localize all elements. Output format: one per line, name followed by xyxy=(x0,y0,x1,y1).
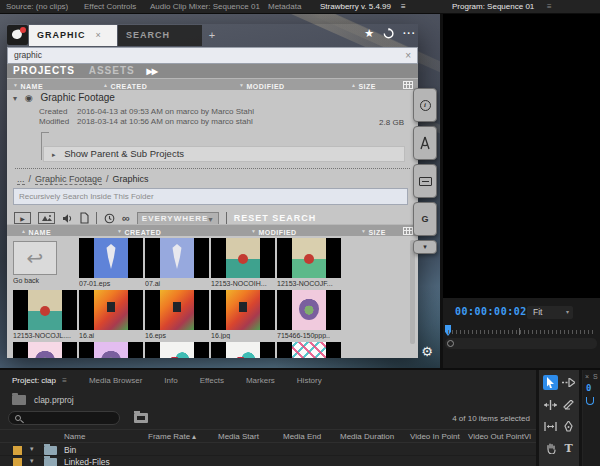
tab-audio-clip-mixer[interactable]: Audio Clip Mixer: Sequence 01 xyxy=(150,0,260,13)
timeline-tab-fragment[interactable]: S xyxy=(593,373,598,380)
col-media-end[interactable]: Media End xyxy=(283,432,321,441)
program-scrub-track[interactable] xyxy=(445,338,597,349)
grid-view-icon[interactable] xyxy=(403,227,413,235)
asset-tile[interactable]: 16.jpg xyxy=(211,290,275,339)
label-color-chip[interactable] xyxy=(13,458,22,466)
tab-history[interactable]: History xyxy=(297,376,322,385)
scrub-knob[interactable] xyxy=(447,340,454,347)
bin-search-input[interactable] xyxy=(8,411,120,425)
selection-tool[interactable] xyxy=(543,375,558,390)
program-time-ruler[interactable] xyxy=(448,330,596,334)
col-size[interactable]: ▲SIZE xyxy=(351,81,358,88)
disclosure-icon[interactable]: ▾ xyxy=(13,94,17,103)
asset-tile[interactable] xyxy=(145,342,209,358)
show-parent-sub-projects[interactable]: ▸ Show Parent & Sub Projects xyxy=(43,146,405,162)
more-options-icon[interactable]: ··· xyxy=(403,28,416,39)
new-tab-button[interactable]: + xyxy=(204,25,220,46)
col-media-duration[interactable]: Media Duration xyxy=(340,432,394,441)
col-created[interactable]: ▲CREATED xyxy=(103,81,110,88)
hand-tool[interactable] xyxy=(543,441,558,456)
tab-search-2[interactable]: SEARCH 2× xyxy=(118,25,202,46)
assets-view-label[interactable]: ASSETS xyxy=(89,65,135,76)
scope-dropdown[interactable]: EVERYWHERE▼ xyxy=(137,212,219,225)
asset-tile[interactable] xyxy=(277,342,341,358)
favorite-star-icon[interactable]: ★ xyxy=(364,27,374,40)
tab-graphic[interactable]: GRAPHIC× xyxy=(29,25,117,46)
go-back-tile[interactable]: ↩Go back xyxy=(13,238,77,284)
col-video-cut[interactable]: Vi xyxy=(524,432,531,441)
col-name[interactable]: ▼NAME xyxy=(13,81,20,88)
tab-markers[interactable]: Markers xyxy=(246,376,275,385)
infinity-filter-icon[interactable]: ∞ xyxy=(122,213,130,223)
search-input[interactable]: graphic × xyxy=(7,47,418,64)
close-icon[interactable]: × xyxy=(585,373,589,380)
col-name[interactable]: ▲NAME xyxy=(21,227,28,234)
tab-strawberry[interactable]: Strawberry v. 5.4.99 xyxy=(320,0,391,13)
tab-project-clap[interactable]: Project: clap ≡ xyxy=(12,376,67,385)
zoom-level-dropdown[interactable]: Fit▾ xyxy=(527,306,573,319)
document-filter-icon[interactable] xyxy=(80,212,89,224)
strawberry-logo-icon[interactable] xyxy=(7,25,28,45)
asset-tile[interactable]: 07.ai xyxy=(145,238,209,287)
panel-menu-icon[interactable]: ≡ xyxy=(62,376,67,385)
razor-tool[interactable] xyxy=(561,397,576,412)
tab-effects[interactable]: Effects xyxy=(200,376,224,385)
pen-tool[interactable] xyxy=(561,419,576,434)
slate-flyout-button[interactable] xyxy=(413,164,437,198)
breadcrumb-root[interactable]: ... xyxy=(17,174,25,185)
asset-tile[interactable]: 07-01.eps xyxy=(79,238,143,287)
audio-filter-icon[interactable] xyxy=(62,213,73,224)
col-frame-rate[interactable]: Frame Rate xyxy=(148,432,190,441)
reel-flyout-button[interactable]: G xyxy=(413,202,437,236)
col-modified[interactable]: ▼MODIFIED xyxy=(239,81,246,88)
folder-search-input[interactable] xyxy=(13,188,408,205)
col-media-start[interactable]: Media Start xyxy=(218,432,259,441)
refresh-icon[interactable] xyxy=(383,28,394,39)
clear-search-icon[interactable]: × xyxy=(405,48,411,63)
info-flyout-button[interactable]: i xyxy=(413,88,437,122)
time-filter-icon[interactable] xyxy=(104,213,115,224)
asset-tile[interactable]: 715466-150ppp.. xyxy=(277,290,341,339)
tab-info[interactable]: Info xyxy=(164,376,177,385)
breadcrumb-parent[interactable]: Graphic Footage xyxy=(35,174,102,185)
asset-tile[interactable]: 12153-NOCOIH... xyxy=(211,238,275,287)
reset-search-button[interactable]: RESET SEARCH xyxy=(234,213,317,223)
col-video-out[interactable]: Video Out Point xyxy=(468,432,524,441)
settings-gear-icon[interactable]: ⚙ xyxy=(421,344,433,359)
projects-view-label[interactable]: PROJECTS xyxy=(13,65,75,76)
close-tab-icon[interactable]: × xyxy=(96,30,102,40)
tab-metadata[interactable]: Metadata xyxy=(268,0,301,13)
video-filter-icon[interactable]: ▶ xyxy=(14,212,31,224)
panel-divider[interactable] xyxy=(579,370,582,466)
project-row[interactable]: ▾ ◉ Graphic Footage xyxy=(13,92,115,103)
slip-tool[interactable] xyxy=(543,419,558,434)
asset-tile[interactable] xyxy=(79,342,143,358)
image-filter-icon[interactable] xyxy=(38,212,55,224)
label-color-chip[interactable] xyxy=(13,446,22,455)
collapse-flyout-button[interactable]: ▾ xyxy=(413,240,437,254)
tab-media-browser[interactable]: Media Browser xyxy=(89,376,142,385)
asset-tile[interactable]: 12153-NOCOJL.... xyxy=(13,290,77,339)
col-video-in[interactable]: Video In Point xyxy=(410,432,460,441)
tab-source[interactable]: Source: (no clips) xyxy=(6,0,68,13)
grid-view-icon[interactable] xyxy=(403,81,413,89)
col-name[interactable]: Name xyxy=(64,432,85,441)
col-size[interactable]: ▼SIZE xyxy=(361,227,368,234)
filter-bin-icon[interactable] xyxy=(134,413,148,423)
compass-flyout-button[interactable] xyxy=(413,126,437,160)
chevron-down-icon[interactable]: ▾ xyxy=(30,457,34,465)
snap-icon[interactable] xyxy=(586,397,594,405)
col-created[interactable]: ▼CREATED xyxy=(117,227,124,234)
asset-tile[interactable] xyxy=(13,342,77,358)
asset-tile[interactable] xyxy=(211,342,275,358)
bin-row[interactable]: ▾ Bin xyxy=(0,444,536,456)
double-arrow-icon[interactable]: ▶▶ xyxy=(146,67,156,76)
panel-menu-icon[interactable]: ≡ xyxy=(401,0,406,13)
scrollbar[interactable] xyxy=(410,240,415,344)
track-select-tool[interactable] xyxy=(561,375,576,390)
tab-effect-controls[interactable]: Effect Controls xyxy=(84,0,136,13)
bin-row[interactable]: ▾ Linked-Files xyxy=(0,456,536,466)
asset-tile[interactable]: 16.eps xyxy=(145,290,209,339)
col-modified[interactable]: ▼MODIFIED xyxy=(251,227,258,234)
chevron-down-icon[interactable]: ▾ xyxy=(30,445,34,453)
